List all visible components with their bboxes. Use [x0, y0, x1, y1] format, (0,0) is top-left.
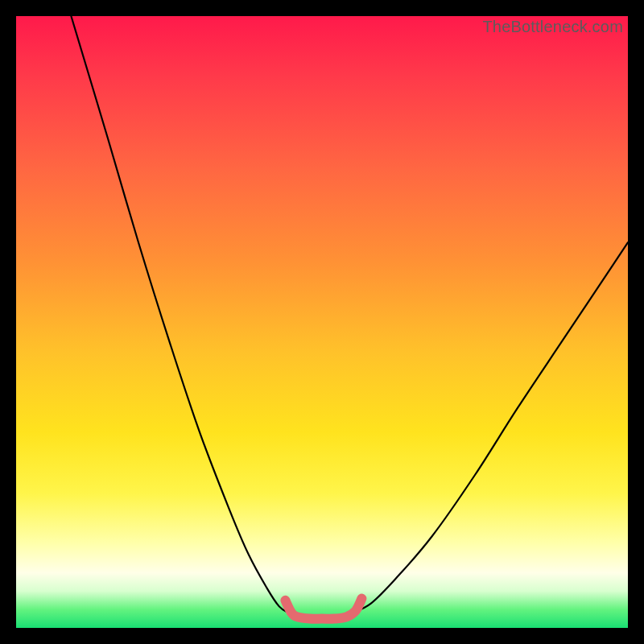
plot-area: TheBottleneck.com	[16, 16, 628, 628]
right-curve	[353, 242, 628, 613]
base-highlight	[285, 599, 361, 619]
chart-frame: TheBottleneck.com	[0, 0, 644, 644]
curve-svg	[16, 16, 628, 628]
left-curve	[71, 16, 288, 613]
